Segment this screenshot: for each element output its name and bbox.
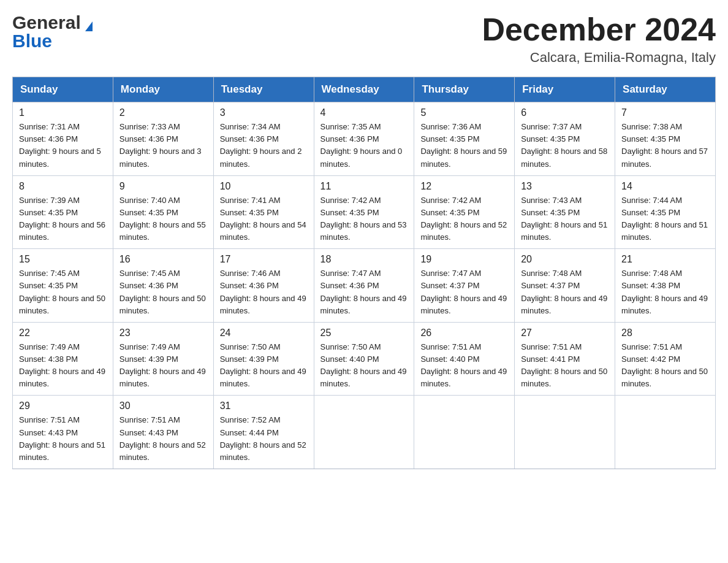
table-row: 3 Sunrise: 7:34 AMSunset: 4:36 PMDayligh…	[213, 102, 314, 176]
location: Calcara, Emilia-Romagna, Italy	[482, 50, 716, 66]
table-row: 4 Sunrise: 7:35 AMSunset: 4:36 PMDayligh…	[314, 102, 414, 176]
table-row: 25 Sunrise: 7:50 AMSunset: 4:40 PMDaylig…	[314, 322, 414, 396]
day-info: Sunrise: 7:34 AMSunset: 4:36 PMDaylight:…	[220, 121, 308, 170]
day-info: Sunrise: 7:40 AMSunset: 4:35 PMDaylight:…	[119, 194, 207, 244]
logo: General Blue	[12, 12, 93, 52]
table-row: 1 Sunrise: 7:31 AMSunset: 4:36 PMDayligh…	[13, 102, 113, 176]
day-info: Sunrise: 7:33 AMSunset: 4:36 PMDaylight:…	[119, 121, 207, 170]
table-row: 18 Sunrise: 7:47 AMSunset: 4:36 PMDaylig…	[314, 249, 414, 323]
day-info: Sunrise: 7:39 AMSunset: 4:35 PMDaylight:…	[19, 194, 107, 244]
day-info: Sunrise: 7:51 AMSunset: 4:42 PMDaylight:…	[621, 341, 709, 391]
day-number: 27	[521, 327, 609, 339]
table-row: 30 Sunrise: 7:51 AMSunset: 4:43 PMDaylig…	[113, 396, 213, 469]
day-info: Sunrise: 7:47 AMSunset: 4:36 PMDaylight:…	[320, 267, 408, 317]
table-row: 8 Sunrise: 7:39 AMSunset: 4:35 PMDayligh…	[13, 175, 113, 249]
day-info: Sunrise: 7:37 AMSunset: 4:35 PMDaylight:…	[521, 121, 609, 170]
day-info: Sunrise: 7:42 AMSunset: 4:35 PMDaylight:…	[420, 194, 508, 244]
day-number: 6	[521, 107, 609, 118]
day-number: 30	[119, 400, 207, 412]
day-number: 10	[220, 181, 308, 192]
header-tuesday: Tuesday	[213, 77, 314, 102]
day-number: 5	[420, 107, 508, 118]
day-info: Sunrise: 7:49 AMSunset: 4:38 PMDaylight:…	[19, 341, 107, 391]
header-wednesday: Wednesday	[314, 77, 414, 102]
day-info: Sunrise: 7:48 AMSunset: 4:37 PMDaylight:…	[521, 267, 609, 317]
day-number: 18	[320, 254, 408, 265]
table-row	[615, 396, 716, 469]
table-row: 14 Sunrise: 7:44 AMSunset: 4:35 PMDaylig…	[615, 175, 716, 249]
calendar-header-row: Sunday Monday Tuesday Wednesday Thursday…	[13, 77, 716, 102]
day-number: 8	[19, 181, 107, 192]
day-info: Sunrise: 7:42 AMSunset: 4:35 PMDaylight:…	[320, 194, 408, 244]
table-row	[414, 396, 515, 469]
day-number: 31	[220, 400, 308, 412]
day-number: 14	[621, 181, 709, 192]
day-info: Sunrise: 7:31 AMSunset: 4:36 PMDaylight:…	[19, 121, 107, 170]
day-info: Sunrise: 7:49 AMSunset: 4:39 PMDaylight:…	[119, 341, 207, 391]
table-row: 12 Sunrise: 7:42 AMSunset: 4:35 PMDaylig…	[414, 175, 515, 249]
table-row: 22 Sunrise: 7:49 AMSunset: 4:38 PMDaylig…	[13, 322, 113, 396]
day-info: Sunrise: 7:46 AMSunset: 4:36 PMDaylight:…	[220, 267, 308, 317]
day-number: 24	[220, 327, 308, 339]
day-number: 25	[320, 327, 408, 339]
day-info: Sunrise: 7:43 AMSunset: 4:35 PMDaylight:…	[521, 194, 609, 244]
table-row: 2 Sunrise: 7:33 AMSunset: 4:36 PMDayligh…	[113, 102, 213, 176]
day-info: Sunrise: 7:45 AMSunset: 4:36 PMDaylight:…	[119, 267, 207, 317]
calendar-table: Sunday Monday Tuesday Wednesday Thursday…	[12, 77, 716, 469]
day-number: 7	[621, 107, 709, 118]
header-saturday: Saturday	[615, 77, 716, 102]
table-row: 13 Sunrise: 7:43 AMSunset: 4:35 PMDaylig…	[515, 175, 615, 249]
day-info: Sunrise: 7:51 AMSunset: 4:43 PMDaylight:…	[119, 414, 207, 464]
day-number: 12	[420, 181, 508, 192]
header-friday: Friday	[515, 77, 615, 102]
day-number: 22	[19, 327, 107, 339]
day-info: Sunrise: 7:35 AMSunset: 4:36 PMDaylight:…	[320, 121, 408, 170]
day-number: 11	[320, 181, 408, 192]
header-sunday: Sunday	[13, 77, 113, 102]
day-number: 16	[119, 254, 207, 265]
calendar-week-row: 15 Sunrise: 7:45 AMSunset: 4:35 PMDaylig…	[13, 249, 716, 323]
header-thursday: Thursday	[414, 77, 515, 102]
table-row	[515, 396, 615, 469]
day-number: 21	[621, 254, 709, 265]
calendar-week-row: 29 Sunrise: 7:51 AMSunset: 4:43 PMDaylig…	[13, 396, 716, 469]
table-row: 31 Sunrise: 7:52 AMSunset: 4:44 PMDaylig…	[213, 396, 314, 469]
table-row: 19 Sunrise: 7:47 AMSunset: 4:37 PMDaylig…	[414, 249, 515, 323]
day-info: Sunrise: 7:38 AMSunset: 4:35 PMDaylight:…	[621, 121, 709, 170]
day-info: Sunrise: 7:44 AMSunset: 4:35 PMDaylight:…	[621, 194, 709, 244]
table-row: 11 Sunrise: 7:42 AMSunset: 4:35 PMDaylig…	[314, 175, 414, 249]
title-section: December 2024 Calcara, Emilia-Romagna, I…	[482, 12, 716, 66]
month-title: December 2024	[482, 12, 716, 47]
day-info: Sunrise: 7:51 AMSunset: 4:40 PMDaylight:…	[420, 341, 508, 391]
calendar-week-row: 8 Sunrise: 7:39 AMSunset: 4:35 PMDayligh…	[13, 175, 716, 249]
table-row	[314, 396, 414, 469]
day-number: 26	[420, 327, 508, 339]
day-info: Sunrise: 7:45 AMSunset: 4:35 PMDaylight:…	[19, 267, 107, 317]
day-number: 20	[521, 254, 609, 265]
day-number: 9	[119, 181, 207, 192]
calendar-week-row: 1 Sunrise: 7:31 AMSunset: 4:36 PMDayligh…	[13, 102, 716, 176]
day-number: 3	[220, 107, 308, 118]
table-row: 20 Sunrise: 7:48 AMSunset: 4:37 PMDaylig…	[515, 249, 615, 323]
day-number: 28	[621, 327, 709, 339]
table-row: 16 Sunrise: 7:45 AMSunset: 4:36 PMDaylig…	[113, 249, 213, 323]
day-info: Sunrise: 7:51 AMSunset: 4:43 PMDaylight:…	[19, 414, 107, 464]
page-header: General Blue December 2024 Calcara, Emil…	[12, 12, 716, 66]
day-info: Sunrise: 7:51 AMSunset: 4:41 PMDaylight:…	[521, 341, 609, 391]
table-row: 9 Sunrise: 7:40 AMSunset: 4:35 PMDayligh…	[113, 175, 213, 249]
table-row: 17 Sunrise: 7:46 AMSunset: 4:36 PMDaylig…	[213, 249, 314, 323]
day-info: Sunrise: 7:41 AMSunset: 4:35 PMDaylight:…	[220, 194, 308, 244]
day-number: 17	[220, 254, 308, 265]
table-row: 26 Sunrise: 7:51 AMSunset: 4:40 PMDaylig…	[414, 322, 515, 396]
day-number: 23	[119, 327, 207, 339]
table-row: 21 Sunrise: 7:48 AMSunset: 4:38 PMDaylig…	[615, 249, 716, 323]
table-row: 6 Sunrise: 7:37 AMSunset: 4:35 PMDayligh…	[515, 102, 615, 176]
table-row: 5 Sunrise: 7:36 AMSunset: 4:35 PMDayligh…	[414, 102, 515, 176]
table-row: 23 Sunrise: 7:49 AMSunset: 4:39 PMDaylig…	[113, 322, 213, 396]
day-number: 4	[320, 107, 408, 118]
table-row: 15 Sunrise: 7:45 AMSunset: 4:35 PMDaylig…	[13, 249, 113, 323]
day-number: 1	[19, 107, 107, 118]
day-number: 29	[19, 400, 107, 412]
table-row: 29 Sunrise: 7:51 AMSunset: 4:43 PMDaylig…	[13, 396, 113, 469]
day-info: Sunrise: 7:48 AMSunset: 4:38 PMDaylight:…	[621, 267, 709, 317]
